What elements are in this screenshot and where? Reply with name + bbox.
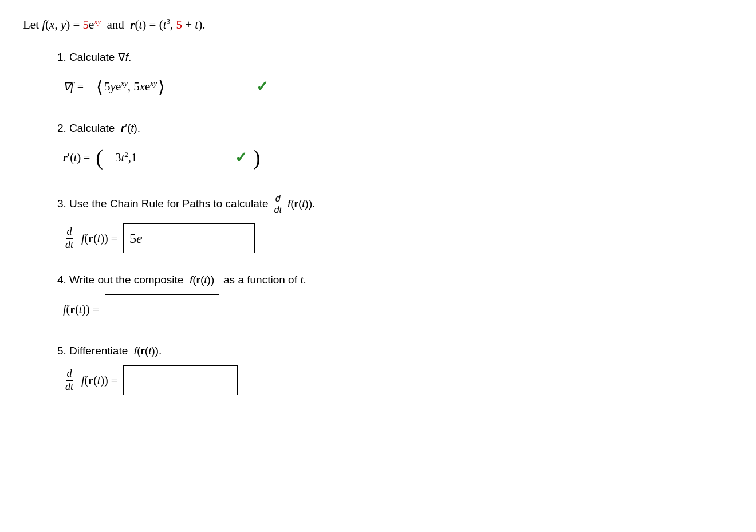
- section-5-answer-row: d dt f(r(t)) =: [63, 365, 733, 395]
- section-4-lhs: f(r(t)) =: [63, 303, 99, 316]
- section-5-input[interactable]: [123, 365, 238, 395]
- section-2-lhs: r′(t) =: [63, 151, 90, 164]
- section-4: 4. Write out the composite f(r(t)) as a …: [57, 274, 733, 324]
- section-2-check: ✓: [235, 149, 247, 167]
- section-1-input[interactable]: ⟨ 5yexy, 5xexy ⟩: [90, 72, 250, 101]
- section-4-input[interactable]: [105, 294, 219, 324]
- section-3: 3. Use the Chain Rule for Paths to calcu…: [57, 193, 733, 253]
- section-1-angle-open: ⟨: [96, 77, 103, 97]
- section-3-input[interactable]: 5e: [123, 223, 255, 253]
- section-1-check: ✓: [256, 78, 269, 96]
- fraction-denominator: dt: [273, 204, 283, 215]
- section-3-label-text: 3. Use the Chain Rule for Paths to calcu…: [57, 198, 269, 210]
- section-4-answer-row: f(r(t)) =: [63, 294, 733, 324]
- section-1: 1. Calculate ∇f. ∇f = ⟨ 5yexy, 5xexy ⟩ ✓: [57, 50, 733, 101]
- section-2-label: 2. Calculate r′(t).: [57, 122, 733, 135]
- section-4-label: 4. Write out the composite f(r(t)) as a …: [57, 274, 733, 286]
- section-1-value: 5yexy, 5xexy: [104, 79, 157, 94]
- section-3-label-tail: f(r(t)).: [288, 198, 316, 210]
- section-5-lhs-text: f(r(t)) =: [81, 374, 117, 387]
- section-2-paren-close: ): [253, 147, 261, 168]
- intro-text: Let f(x, y) = 5exy and r(t) = (t3, 5 + t…: [23, 18, 205, 31]
- section-5-label-text: 5. Differentiate f(r(t)).: [57, 345, 162, 357]
- section-3-value: 5e: [129, 231, 143, 246]
- section-3-answer-row: d dt f(r(t)) = 5e: [63, 223, 733, 253]
- section-1-angle-close: ⟩: [158, 77, 165, 97]
- section-2-input[interactable]: 3t2,1: [109, 143, 229, 172]
- section-3-lhs-fraction: d dt: [63, 226, 76, 251]
- section-5-lhs-fraction: d dt: [63, 368, 76, 393]
- fraction-numerator: d: [274, 193, 282, 204]
- section-1-label: 1. Calculate ∇f.: [57, 50, 733, 64]
- intro-line: Let f(x, y) = 5exy and r(t) = (t3, 5 + t…: [23, 17, 733, 32]
- section-2-paren-open: (: [96, 147, 103, 168]
- section-2-answer-row: r′(t) = ( 3t2,1 ✓ ): [63, 143, 733, 172]
- section-3-lhs-text: f(r(t)) =: [81, 232, 117, 245]
- section-5-label: 5. Differentiate f(r(t)).: [57, 345, 733, 357]
- section-1-answer-row: ∇f = ⟨ 5yexy, 5xexy ⟩ ✓: [63, 72, 733, 101]
- section-2: 2. Calculate r′(t). r′(t) = ( 3t2,1 ✓ ): [57, 122, 733, 172]
- section-4-label-text: 4. Write out the composite f(r(t)) as a …: [57, 274, 306, 286]
- section-1-lhs: ∇f =: [63, 80, 84, 93]
- section-2-value: 3t2,1: [115, 150, 137, 165]
- section-3-fraction-label: d dt: [272, 193, 284, 215]
- section-3-label: 3. Use the Chain Rule for Paths to calcu…: [57, 193, 733, 215]
- section-5: 5. Differentiate f(r(t)). d dt f(r(t)) =: [57, 345, 733, 395]
